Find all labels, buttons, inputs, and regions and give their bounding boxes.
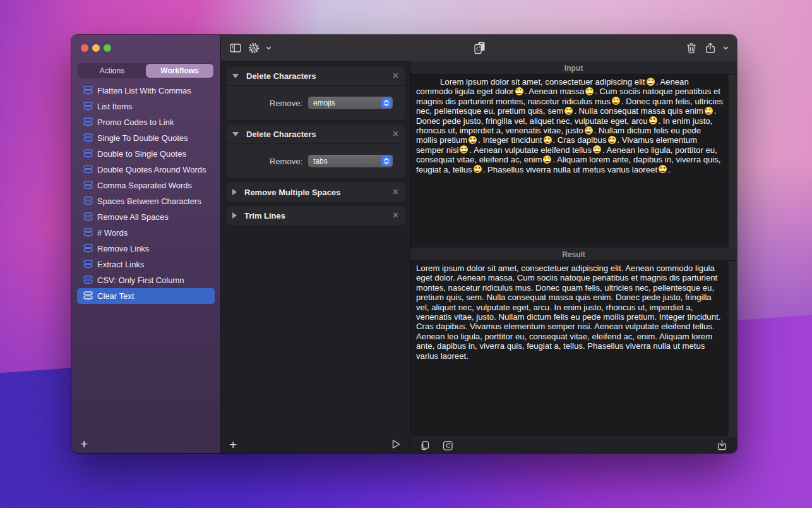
disclosure-closed-icon[interactable] xyxy=(232,212,237,219)
result-text: Lorem ipsum dolor sit amet, consectetuer… xyxy=(410,261,737,363)
grinning-emoji xyxy=(585,126,593,135)
grinning-emoji xyxy=(608,136,616,144)
result-scrollbar[interactable] xyxy=(729,261,737,437)
steps-footer: + xyxy=(221,435,410,453)
input-scrollbar[interactable] xyxy=(729,75,737,248)
remove-select[interactable]: emojis xyxy=(308,97,393,109)
sidebar-item[interactable]: Extract Links xyxy=(71,257,220,272)
grinning-emoji xyxy=(474,165,482,173)
chevron-down-icon[interactable] xyxy=(265,41,272,55)
sidebar-item[interactable]: Comma Separated Words xyxy=(71,178,220,193)
sidebar-item-label: Double to Single Quotes xyxy=(97,149,186,159)
step-title: Delete Characters xyxy=(246,130,316,139)
gear-icon[interactable] xyxy=(247,41,261,55)
step-body: Remove: emojis xyxy=(226,85,405,120)
workflow-icon xyxy=(83,86,93,95)
workflow-step-card: Trim Lines xyxy=(226,206,405,225)
param-label: Remove: xyxy=(232,157,302,166)
grinning-emoji xyxy=(543,155,551,164)
desktop-wallpaper: Actions Workflows Flatten List xyxy=(0,0,812,508)
workflow-step-card: Delete Characters Remove: emojis xyxy=(226,66,405,120)
sidebar-item[interactable]: List Items xyxy=(71,99,220,114)
sidebar-item-label: Comma Separated Words xyxy=(97,181,192,190)
tab-actions[interactable]: Actions xyxy=(78,64,146,78)
sidebar-item[interactable]: # Words xyxy=(71,225,220,241)
popup-stepper-icon xyxy=(381,156,391,166)
trash-icon[interactable] xyxy=(684,41,698,55)
workflow-icon xyxy=(83,118,93,127)
input-text-area[interactable]: Lorem ipsum dolor sit amet, consectetuer… xyxy=(410,75,737,248)
sidebar-item[interactable]: CSV: Only First Column xyxy=(71,272,220,288)
remove-select[interactable]: tabs xyxy=(308,155,393,167)
sidebar-item[interactable]: Remove All Spaces xyxy=(71,209,220,225)
grinning-emoji xyxy=(564,107,573,115)
workflow-icon xyxy=(83,244,93,253)
workflow-step-card: Remove Multiple Spaces xyxy=(226,183,405,202)
step-header[interactable]: Trim Lines xyxy=(226,206,405,225)
tab-workflows[interactable]: Workflows xyxy=(146,64,213,78)
workflow-icon xyxy=(83,275,93,285)
sidebar-item-label: Flatten List With Commas xyxy=(97,86,191,95)
step-header[interactable]: Delete Characters xyxy=(226,66,405,85)
sidebar-tab-switcher: Actions Workflows xyxy=(78,63,214,78)
param-label: Remove: xyxy=(232,99,302,108)
remove-step-icon[interactable] xyxy=(393,71,398,81)
save-icon[interactable] xyxy=(715,438,729,452)
sidebar-item[interactable]: Clear Text xyxy=(77,288,215,304)
sidebar-item[interactable]: Single To Double Quotes xyxy=(71,130,220,146)
grinning-emoji xyxy=(515,87,523,95)
sidebar-item[interactable]: Remove Links xyxy=(71,241,220,257)
add-step-button[interactable]: + xyxy=(229,438,237,451)
input-header: Input xyxy=(410,61,737,75)
sidebar-item[interactable]: Spaces Between Characters xyxy=(71,193,220,209)
remove-step-icon[interactable] xyxy=(393,187,398,197)
sidebar-item[interactable]: Double Quotes Around Words xyxy=(71,162,220,178)
step-header[interactable]: Delete Characters xyxy=(226,124,405,143)
run-workflow-button[interactable] xyxy=(390,438,402,450)
step-title: Trim Lines xyxy=(244,211,285,221)
copy-icon[interactable] xyxy=(419,439,431,452)
sidebar-item[interactable]: Promo Codes to Link xyxy=(71,114,220,130)
sidebar-footer: + xyxy=(71,434,220,453)
workflow-icon xyxy=(83,165,93,174)
sidebar-item-label: Remove All Spaces xyxy=(97,212,169,222)
grinning-emoji xyxy=(469,136,477,144)
sidebar: Actions Workflows Flatten List xyxy=(71,35,220,453)
main-area: Delete Characters Remove: emojis xyxy=(221,61,737,453)
remove-select-value: emojis xyxy=(313,99,335,107)
duplicate-refresh-icon[interactable] xyxy=(472,40,487,56)
workflow-icon xyxy=(83,181,93,190)
workflow-icon xyxy=(83,212,93,222)
sidebar-item-label: # Words xyxy=(97,228,128,238)
close-button[interactable] xyxy=(81,44,88,52)
workflow-icon xyxy=(83,228,93,238)
minimize-button[interactable] xyxy=(92,44,100,52)
grinning-emoji xyxy=(460,145,468,154)
add-workflow-button[interactable]: + xyxy=(80,437,88,451)
chevron-down-icon[interactable] xyxy=(722,41,729,55)
workflow-icon xyxy=(83,149,93,159)
remove-step-icon[interactable] xyxy=(393,210,398,221)
workflow-icon xyxy=(83,260,93,269)
step-title: Delete Characters xyxy=(246,71,316,81)
remove-step-icon[interactable] xyxy=(393,129,398,139)
grinning-emoji xyxy=(612,97,620,105)
result-header: Result xyxy=(410,248,737,261)
panel-toggle-icon[interactable] xyxy=(229,41,242,55)
sidebar-item-label: Spaces Between Characters xyxy=(97,197,201,206)
disclosure-closed-icon[interactable] xyxy=(232,189,237,195)
disclosure-open-icon[interactable] xyxy=(232,74,239,78)
sidebar-item[interactable]: Double to Single Quotes xyxy=(71,146,220,162)
share-icon[interactable] xyxy=(703,41,717,55)
use-result-as-input-icon[interactable] xyxy=(441,439,454,452)
disclosure-open-icon[interactable] xyxy=(232,132,239,136)
sidebar-item-label: Extract Links xyxy=(97,260,144,269)
step-header[interactable]: Remove Multiple Spaces xyxy=(226,183,405,202)
zoom-button[interactable] xyxy=(104,44,111,52)
result-text-area[interactable]: Lorem ipsum dolor sit amet, consectetuer… xyxy=(410,261,737,437)
grinning-emoji xyxy=(544,136,552,144)
sidebar-item-label: Remove Links xyxy=(97,244,149,253)
input-text[interactable]: Lorem ipsum dolor sit amet, consectetuer… xyxy=(410,75,737,177)
workflow-icon xyxy=(83,102,93,111)
sidebar-item[interactable]: Flatten List With Commas xyxy=(71,83,220,99)
